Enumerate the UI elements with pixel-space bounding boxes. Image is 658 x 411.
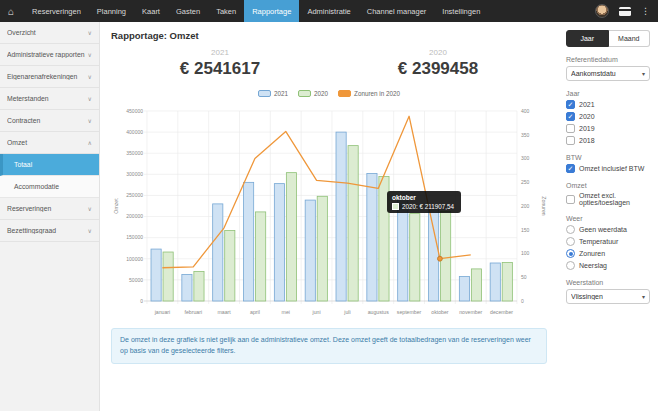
sidebar-item-label: Contracten [7, 117, 86, 124]
bar-2021-december[interactable] [490, 263, 500, 301]
nav-menu: ReserveringenPlanningKaartGastenTakenRap… [24, 0, 488, 22]
sidebar-item-reserveringen[interactable]: Reserveringen∨ [0, 198, 99, 220]
chevron-down-icon: ∨ [88, 95, 92, 102]
nav-item-gasten[interactable]: Gasten [168, 0, 208, 22]
svg-text:250: 250 [521, 179, 530, 185]
bar-2020-december[interactable] [502, 263, 512, 301]
radio-zonuren[interactable]: Zonuren [566, 249, 650, 258]
radio-temperatuur[interactable]: Temperatuur [566, 237, 650, 246]
sidebar-item-administratieve-rapporten[interactable]: Administratieve rapporten∨ [0, 44, 99, 66]
sidebar-item-contracten[interactable]: Contracten∨ [0, 110, 99, 132]
chevron-down-icon: ▾ [642, 293, 645, 300]
bar-2020-januari[interactable] [163, 252, 173, 301]
bar-2021-november[interactable] [459, 277, 469, 301]
chevron-down-icon: ∨ [88, 29, 92, 36]
page-title: Rapportage: Omzet [111, 30, 547, 41]
bar-2021-augustus[interactable] [367, 173, 377, 301]
bar-2021-oktober[interactable] [429, 208, 439, 301]
tooltip-value: 2020: € 211907,54 [402, 203, 454, 210]
bar-2020-november[interactable] [471, 269, 481, 301]
svg-text:oktober: oktober [431, 309, 449, 315]
nav-item-planning[interactable]: Planning [89, 0, 134, 22]
checkbox-2019[interactable]: 2019 [566, 124, 650, 133]
kebab-menu-icon[interactable]: ⋮ [641, 6, 650, 16]
svg-text:150: 150 [521, 227, 530, 233]
legend-swatch [338, 90, 351, 97]
svg-text:september: september [397, 309, 422, 315]
bar-2020-maart[interactable] [225, 230, 235, 301]
svg-text:300000: 300000 [126, 171, 143, 177]
checkbox-label: 2020 [579, 113, 595, 120]
checkbox-2018[interactable]: 2018 [566, 136, 650, 145]
highlighted-point-oktober[interactable] [438, 256, 443, 261]
checkbox-2021[interactable]: ✓2021 [566, 100, 650, 109]
legend-item-zonuren-in-2020[interactable]: Zonuren in 2020 [338, 90, 400, 97]
bar-2020-juli[interactable] [348, 146, 358, 301]
bar-2020-februari[interactable] [194, 271, 204, 301]
bar-2021-september[interactable] [398, 198, 408, 301]
bar-2021-juli[interactable] [336, 132, 346, 301]
referentiedatum-select[interactable]: Aankomstdatu ▾ [566, 66, 650, 81]
chevron-down-icon: ▾ [642, 70, 645, 77]
maand-toggle-button[interactable]: Maand [609, 30, 651, 47]
svg-text:Omzet: Omzet [113, 198, 119, 214]
home-icon[interactable]: ⌂ [8, 6, 14, 17]
nav-item-rapportage[interactable]: Rapportage [244, 0, 299, 22]
legend-item-2021[interactable]: 2021 [258, 90, 288, 97]
checkbox-label: 2018 [579, 137, 595, 144]
bar-2020-april[interactable] [256, 212, 266, 301]
legend-swatch [298, 90, 311, 97]
radio-geen-weerdata[interactable]: Geen weerdata [566, 225, 650, 234]
omzet-label: Omzet [566, 182, 650, 189]
checkbox-2020[interactable]: ✓2020 [566, 112, 650, 121]
chevron-down-icon: ∨ [88, 205, 92, 212]
nav-item-kaart[interactable]: Kaart [134, 0, 168, 22]
bar-2020-mei[interactable] [286, 173, 296, 301]
sidebar-item-meterstanden[interactable]: Meterstanden∨ [0, 88, 99, 110]
bar-2021-januari[interactable] [151, 249, 161, 301]
svg-text:februari: februari [184, 309, 202, 315]
sidebar-subitem-accommodatie[interactable]: Accommodatie [0, 176, 99, 198]
checkbox-omzet-inclusief-btw[interactable]: ✓ Omzet inclusief BTW [566, 164, 650, 173]
period-toggle: Jaar Maand [566, 30, 650, 47]
nav-item-administratie[interactable]: Administratie [299, 0, 358, 22]
referentiedatum-value: Aankomstdatu [571, 70, 616, 77]
sidebar-item-eigenarenafrekeningen[interactable]: Eigenarenafrekeningen∨ [0, 66, 99, 88]
chevron-down-icon: ∨ [88, 117, 92, 124]
radio-neerslag[interactable]: Neerslag [566, 261, 650, 270]
svg-text:0: 0 [140, 298, 143, 304]
bar-2021-mei[interactable] [274, 184, 284, 301]
nav-item-taken[interactable]: Taken [208, 0, 244, 22]
total-2021: 2021 € 2541617 [111, 48, 329, 79]
bar-2021-februari[interactable] [182, 274, 192, 301]
bar-2020-september[interactable] [410, 214, 420, 301]
credit-card-icon[interactable] [619, 7, 631, 16]
checkbox-omzet-excl-opties[interactable]: Omzet excl. opties/toeslagen [566, 192, 650, 206]
chart-canvas[interactable]: 0500001000001500002000002500003000003500… [111, 103, 547, 319]
nav-item-instellingen[interactable]: Instellingen [434, 0, 488, 22]
bar-2021-maart[interactable] [213, 204, 223, 301]
bar-2021-april[interactable] [244, 182, 254, 301]
sidebar-item-label: Administratieve rapporten [7, 51, 86, 58]
radio-label: Geen weerdata [579, 226, 627, 233]
nav-item-channel-manager[interactable]: Channel manager [359, 0, 435, 22]
legend-item-2020[interactable]: 2020 [298, 90, 328, 97]
jaar-toggle-button[interactable]: Jaar [566, 30, 609, 47]
user-avatar[interactable] [595, 4, 609, 18]
bar-2020-oktober[interactable] [441, 212, 451, 301]
sidebar-item-overzicht[interactable]: Overzicht∨ [0, 22, 99, 44]
checkbox-icon [566, 124, 575, 133]
bar-2020-juni[interactable] [317, 196, 327, 301]
weerstation-select[interactable]: Vlissingen ▾ [566, 289, 650, 304]
svg-text:100000: 100000 [126, 256, 143, 262]
weerstation-value: Vlissingen [571, 293, 603, 300]
jaar-label: Jaar [566, 90, 650, 97]
svg-text:450000: 450000 [126, 108, 143, 114]
sidebar-item-omzet[interactable]: Omzet∧ [0, 132, 99, 154]
sidebar-subitem-totaal[interactable]: Totaal [0, 154, 99, 176]
bar-2021-juni[interactable] [305, 200, 315, 301]
svg-text:100: 100 [521, 250, 530, 256]
sidebar-item-bezettingsgraad[interactable]: Bezettingsgraad∨ [0, 220, 99, 242]
svg-text:maart: maart [217, 309, 231, 315]
nav-item-reserveringen[interactable]: Reserveringen [24, 0, 89, 22]
